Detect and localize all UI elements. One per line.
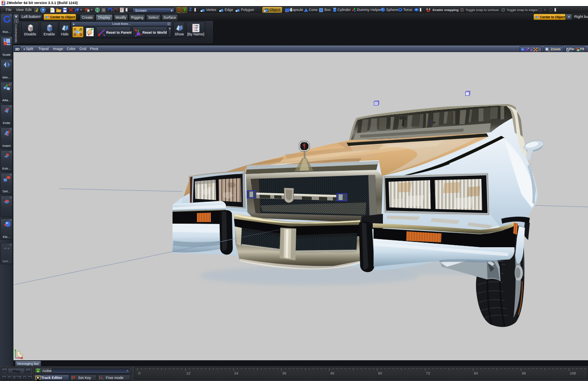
svg-text:24: 24	[234, 371, 238, 375]
svg-text:84: 84	[474, 371, 478, 375]
svg-text:96: 96	[522, 371, 526, 375]
svg-text:?: ?	[42, 8, 44, 12]
svg-text:60: 60	[378, 371, 382, 375]
svg-text:108: 108	[570, 371, 576, 375]
svg-text:0: 0	[138, 371, 140, 375]
svg-text:12: 12	[186, 371, 190, 375]
svg-text:72: 72	[426, 371, 430, 375]
svg-text:36: 36	[282, 371, 286, 375]
svg-text:48: 48	[330, 371, 334, 375]
